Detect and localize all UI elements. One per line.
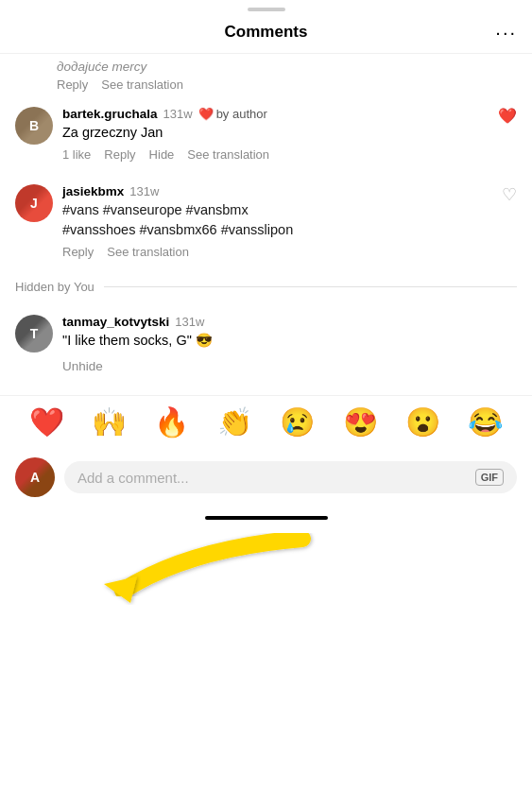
svg-marker-0 [104, 576, 137, 603]
comment-tanmay: T tanmay_kotvytski 131w "I like them soc… [0, 303, 532, 386]
emoji-fire[interactable]: 🔥 [154, 405, 189, 438]
emoji-laugh[interactable]: 😂 [468, 405, 503, 438]
truncated-actions: Reply See translation [57, 77, 517, 92]
gif-button[interactable]: GIF [475, 469, 504, 486]
username-bartek[interactable]: bartek.gruchala [62, 107, 158, 121]
truncated-comment: додаjuće mercy Reply See translation [0, 54, 532, 95]
current-user-avatar: A [15, 457, 55, 497]
heart-outline-icon: ♡ [502, 184, 517, 205]
like-button-bartek[interactable]: ❤️ [498, 107, 517, 125]
comment-meta-jasiek: jasiekbmx 131w [62, 184, 492, 198]
truncated-text: додаjuće mercy [57, 60, 517, 74]
time-tanmay: 131w [175, 315, 204, 329]
username-tanmay[interactable]: tanmay_kotvytski [62, 315, 169, 329]
likes-count-bartek: 1 like [62, 147, 91, 162]
hashtag-vans[interactable]: #vans [62, 202, 99, 217]
emoji-cry[interactable]: 😢 [280, 405, 315, 438]
time-bartek: 131w [163, 107, 193, 121]
like-button-jasiek[interactable]: ♡ [502, 184, 517, 205]
translate-button-truncated[interactable]: See translation [101, 77, 183, 92]
header-title: Comments [225, 23, 308, 42]
heart-icon: ❤️ [198, 107, 214, 121]
emoji-clap[interactable]: 👏 [217, 405, 252, 438]
hidden-label: Hidden by You [15, 280, 94, 294]
reply-button-truncated[interactable]: Reply [57, 77, 88, 92]
comment-content-jasiek: jasiekbmx 131w #vans #vanseurope #vansbm… [62, 184, 492, 259]
hidden-divider: Hidden by You [0, 270, 532, 303]
arrow-overlay [94, 529, 321, 609]
comment-actions-jasiek: Reply See translation [62, 245, 492, 259]
emoji-bar: ❤️ 🙌 🔥 👏 😢 😍 😮 😂 [0, 395, 532, 448]
hashtag-vansslipon[interactable]: #vansslipon [221, 222, 294, 237]
comment-text-bartek: Za grzeczny Jan [62, 123, 489, 142]
username-jasiek[interactable]: jasiekbmx [62, 184, 124, 198]
comment-input-placeholder[interactable]: Add a comment... [77, 470, 468, 486]
reply-button-bartek[interactable]: Reply [104, 147, 135, 162]
comment-actions-bartek: 1 like Reply Hide See translation [62, 147, 489, 162]
more-options-button[interactable]: ··· [495, 22, 517, 43]
comment-meta-bartek: bartek.gruchala 131w ❤️ by author [62, 107, 489, 121]
comment-input-bar: A Add a comment... GIF [0, 448, 532, 516]
reply-button-jasiek[interactable]: Reply [62, 245, 94, 259]
hashtag-vanseurope[interactable]: #vanseurope [103, 202, 182, 217]
hide-button-bartek[interactable]: Hide [149, 147, 175, 162]
avatar-jasiek: J [15, 184, 53, 222]
comment-content-tanmay: tanmay_kotvytski 131w "I like them socks… [62, 315, 517, 374]
author-badge-bartek: ❤️ by author [198, 107, 267, 121]
avatar-tanmay: T [15, 315, 53, 353]
translate-button-bartek[interactable]: See translation [187, 147, 269, 162]
avatar-bartek: B [15, 107, 53, 145]
comment-input-wrapper[interactable]: Add a comment... GIF [64, 461, 517, 493]
comment-text-tanmay: "I like them socks, G" 😎 [62, 331, 517, 350]
divider-line [104, 286, 517, 287]
by-author-text: by author [216, 107, 267, 121]
comment-text-jasiek: #vans #vanseurope #vansbmx #vansshoes #v… [62, 200, 492, 239]
hashtag-vansbmx66[interactable]: #vansbmx66 [139, 222, 216, 237]
comment-jasiek: J jasiekbmx 131w #vans #vanseurope #vans… [0, 173, 532, 270]
hashtag-vansbmx[interactable]: #vansbmx [186, 202, 249, 217]
unhide-button[interactable]: Unhide [62, 359, 103, 373]
translate-button-jasiek[interactable]: See translation [107, 245, 189, 259]
emoji-heart-eyes[interactable]: 😍 [343, 405, 378, 438]
comments-header: Comments ··· [0, 11, 532, 54]
comment-meta-tanmay: tanmay_kotvytski 131w [62, 315, 517, 329]
time-jasiek: 131w [129, 184, 159, 198]
bottom-home-indicator [205, 516, 328, 520]
emoji-raised-hands[interactable]: 🙌 [92, 405, 127, 438]
comment-bartek: B bartek.gruchala 131w ❤️ by author Za g… [0, 95, 532, 173]
emoji-wow[interactable]: 😮 [405, 405, 440, 438]
emoji-heart[interactable]: ❤️ [29, 405, 64, 438]
comment-content-bartek: bartek.gruchala 131w ❤️ by author Za grz… [62, 107, 489, 162]
hashtag-vansshoes[interactable]: #vansshoes [62, 222, 135, 237]
heart-filled-icon: ❤️ [498, 107, 517, 125]
